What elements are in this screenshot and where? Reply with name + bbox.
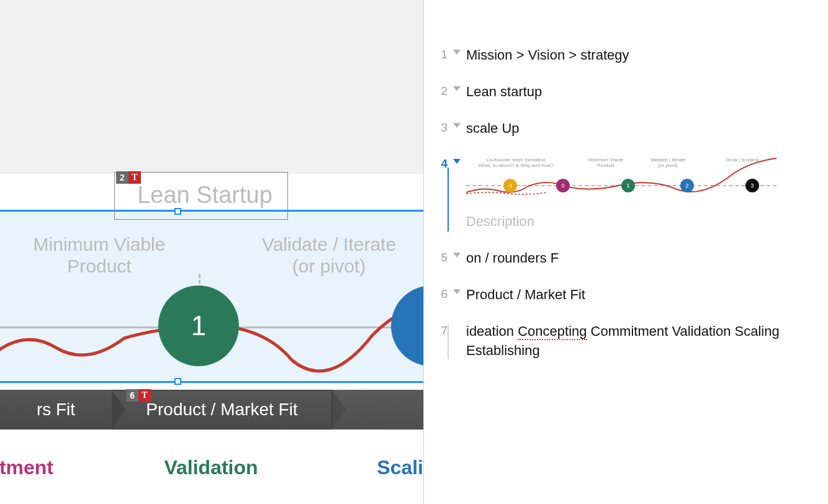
outline-item-1[interactable]: 1 Mission > Vision > strategy — [424, 37, 828, 74]
outline-item-2[interactable]: 2 Lean startup — [424, 74, 828, 110]
chevron-down-icon — [453, 159, 461, 164]
outline-number: 4 — [424, 155, 448, 232]
chip-next[interactable] — [332, 390, 423, 430]
phase-commitment: itment — [0, 456, 124, 479]
selection-badges: 2 T — [116, 171, 141, 184]
thumb-stage-label: Co-founder team formation What, to whom?… — [472, 158, 559, 169]
outline-text[interactable]: Product / Market Fit — [466, 286, 816, 305]
outline-item-5[interactable]: 5 on / rounders F — [424, 240, 828, 277]
outline-number: 1 — [424, 46, 448, 61]
outline-item-4[interactable]: 4 Co-founder team formation What, to who… — [424, 146, 828, 240]
outline-text[interactable]: ideation Concepting Commitment Validatio… — [466, 322, 816, 361]
outline-text[interactable]: Mission > Vision > strategy — [466, 46, 816, 65]
title-selection-frame[interactable]: 2 T — [114, 172, 288, 220]
outline-item-6[interactable]: 6 Product / Market Fit — [424, 277, 828, 313]
outline-panel: 1 Mission > Vision > strategy 2 Lean sta… — [423, 0, 828, 504]
outline-item-3[interactable]: 3 scale Up — [424, 110, 828, 147]
description-placeholder[interactable]: Description — [466, 212, 816, 232]
outline-number: 3 — [424, 119, 448, 135]
chevron-down-icon — [453, 253, 461, 258]
outline-text[interactable]: Lean startup — [466, 83, 816, 102]
chip-badges: 6 T — [126, 389, 151, 402]
badge-number: 6 — [126, 389, 138, 402]
thumb-stage-label: Grow / Expand — [714, 158, 770, 163]
diagram-container: 2 T Lean Startup Minimum Viable Product … — [0, 174, 423, 504]
chevron-right-icon — [112, 390, 125, 430]
outline-item-7[interactable]: 7 ideation Concepting Commitment Validat… — [424, 313, 828, 369]
chevron-down-icon — [453, 289, 461, 294]
outline-toggle[interactable] — [448, 322, 466, 361]
outline-text[interactable]: on / rounders F — [466, 249, 816, 268]
outline-toggle[interactable] — [448, 286, 466, 294]
stage-circle-1[interactable]: 1 — [158, 286, 239, 366]
canvas-area[interactable]: 2 T Lean Startup Minimum Viable Product … — [0, 0, 423, 504]
chevron-down-icon — [453, 50, 461, 55]
outline-number: 7 — [424, 322, 448, 338]
thumb-stage-label: Validate / Iterate (or pivot) — [640, 158, 696, 169]
outline-thumb-content[interactable]: Co-founder team formation What, to whom?… — [466, 155, 816, 232]
diagram-thumbnail[interactable]: Co-founder team formation What, to whom?… — [466, 155, 776, 205]
outline-active-bar — [448, 168, 449, 232]
chevron-down-icon — [453, 123, 461, 128]
stage-chip-row: rs Fit 6 T Product / Market Fit — [0, 390, 423, 430]
outline-number: 2 — [424, 83, 448, 98]
chip-product-market-fit[interactable]: 6 T Product / Market Fit — [112, 390, 332, 430]
chevron-right-icon — [332, 390, 346, 430]
thumb-stage-label: Minimum Viable Product — [578, 158, 634, 169]
chip-founders-fit[interactable]: rs Fit — [0, 390, 112, 430]
phase-scaling: Scali — [298, 456, 423, 479]
outline-toggle[interactable] — [448, 119, 466, 128]
outline-number: 6 — [424, 286, 448, 301]
phase-labels: itment Validation Scali — [0, 456, 423, 479]
outline-toggle[interactable] — [448, 46, 466, 55]
badge-number: 2 — [116, 171, 128, 184]
outline-number: 5 — [424, 249, 448, 264]
phase-validation: Validation — [124, 456, 298, 479]
chevron-down-icon — [453, 86, 461, 91]
outline-toggle[interactable] — [448, 83, 466, 91]
outline-text[interactable]: scale Up — [466, 119, 816, 138]
badge-text-icon: T — [128, 171, 141, 184]
badge-text-icon: T — [138, 389, 151, 402]
outline-bar — [448, 325, 449, 359]
outline-toggle[interactable] — [448, 249, 466, 258]
outline-toggle[interactable] — [448, 155, 466, 232]
